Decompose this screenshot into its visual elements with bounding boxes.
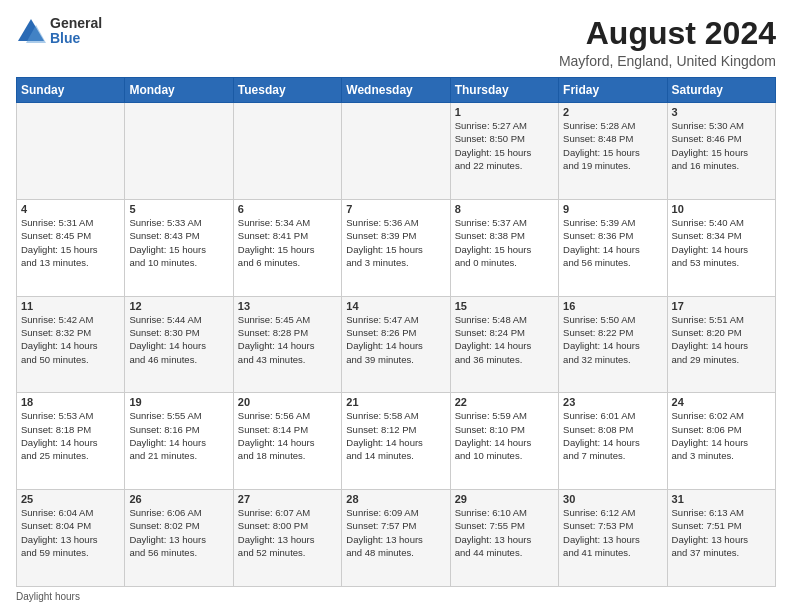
calendar-cell: 3Sunrise: 5:30 AM Sunset: 8:46 PM Daylig… <box>667 103 775 200</box>
calendar-cell <box>342 103 450 200</box>
calendar-cell: 17Sunrise: 5:51 AM Sunset: 8:20 PM Dayli… <box>667 296 775 393</box>
day-number: 24 <box>672 396 771 408</box>
calendar-cell: 12Sunrise: 5:44 AM Sunset: 8:30 PM Dayli… <box>125 296 233 393</box>
day-info: Sunrise: 5:58 AM Sunset: 8:12 PM Dayligh… <box>346 409 445 462</box>
footer-note: Daylight hours <box>16 591 776 602</box>
day-number: 23 <box>563 396 662 408</box>
day-info: Sunrise: 6:01 AM Sunset: 8:08 PM Dayligh… <box>563 409 662 462</box>
day-info: Sunrise: 5:31 AM Sunset: 8:45 PM Dayligh… <box>21 216 120 269</box>
day-info: Sunrise: 5:39 AM Sunset: 8:36 PM Dayligh… <box>563 216 662 269</box>
col-saturday: Saturday <box>667 78 775 103</box>
day-number: 9 <box>563 203 662 215</box>
day-info: Sunrise: 5:30 AM Sunset: 8:46 PM Dayligh… <box>672 119 771 172</box>
day-number: 17 <box>672 300 771 312</box>
calendar-cell: 19Sunrise: 5:55 AM Sunset: 8:16 PM Dayli… <box>125 393 233 490</box>
day-number: 7 <box>346 203 445 215</box>
calendar-cell: 7Sunrise: 5:36 AM Sunset: 8:39 PM Daylig… <box>342 199 450 296</box>
day-info: Sunrise: 5:36 AM Sunset: 8:39 PM Dayligh… <box>346 216 445 269</box>
day-info: Sunrise: 5:50 AM Sunset: 8:22 PM Dayligh… <box>563 313 662 366</box>
title-block: August 2024 Mayford, England, United Kin… <box>559 16 776 69</box>
logo-icon <box>16 17 46 45</box>
calendar-cell: 16Sunrise: 5:50 AM Sunset: 8:22 PM Dayli… <box>559 296 667 393</box>
day-info: Sunrise: 5:28 AM Sunset: 8:48 PM Dayligh… <box>563 119 662 172</box>
calendar-cell: 21Sunrise: 5:58 AM Sunset: 8:12 PM Dayli… <box>342 393 450 490</box>
day-number: 14 <box>346 300 445 312</box>
day-info: Sunrise: 5:34 AM Sunset: 8:41 PM Dayligh… <box>238 216 337 269</box>
calendar-cell: 15Sunrise: 5:48 AM Sunset: 8:24 PM Dayli… <box>450 296 558 393</box>
day-info: Sunrise: 5:45 AM Sunset: 8:28 PM Dayligh… <box>238 313 337 366</box>
calendar-cell: 28Sunrise: 6:09 AM Sunset: 7:57 PM Dayli… <box>342 490 450 587</box>
calendar-cell: 30Sunrise: 6:12 AM Sunset: 7:53 PM Dayli… <box>559 490 667 587</box>
calendar-cell: 18Sunrise: 5:53 AM Sunset: 8:18 PM Dayli… <box>17 393 125 490</box>
calendar-week-4: 18Sunrise: 5:53 AM Sunset: 8:18 PM Dayli… <box>17 393 776 490</box>
day-number: 2 <box>563 106 662 118</box>
day-info: Sunrise: 5:33 AM Sunset: 8:43 PM Dayligh… <box>129 216 228 269</box>
day-info: Sunrise: 5:53 AM Sunset: 8:18 PM Dayligh… <box>21 409 120 462</box>
col-sunday: Sunday <box>17 78 125 103</box>
day-info: Sunrise: 5:47 AM Sunset: 8:26 PM Dayligh… <box>346 313 445 366</box>
logo-text: General Blue <box>50 16 102 47</box>
day-number: 30 <box>563 493 662 505</box>
calendar-cell: 1Sunrise: 5:27 AM Sunset: 8:50 PM Daylig… <box>450 103 558 200</box>
day-info: Sunrise: 5:37 AM Sunset: 8:38 PM Dayligh… <box>455 216 554 269</box>
calendar-cell <box>17 103 125 200</box>
calendar-week-2: 4Sunrise: 5:31 AM Sunset: 8:45 PM Daylig… <box>17 199 776 296</box>
header: General Blue August 2024 Mayford, Englan… <box>16 16 776 69</box>
calendar-cell: 24Sunrise: 6:02 AM Sunset: 8:06 PM Dayli… <box>667 393 775 490</box>
calendar-week-3: 11Sunrise: 5:42 AM Sunset: 8:32 PM Dayli… <box>17 296 776 393</box>
day-number: 16 <box>563 300 662 312</box>
header-row: Sunday Monday Tuesday Wednesday Thursday… <box>17 78 776 103</box>
day-info: Sunrise: 5:44 AM Sunset: 8:30 PM Dayligh… <box>129 313 228 366</box>
day-number: 20 <box>238 396 337 408</box>
main-title: August 2024 <box>559 16 776 51</box>
col-wednesday: Wednesday <box>342 78 450 103</box>
calendar-table: Sunday Monday Tuesday Wednesday Thursday… <box>16 77 776 587</box>
calendar-cell: 10Sunrise: 5:40 AM Sunset: 8:34 PM Dayli… <box>667 199 775 296</box>
calendar-body: 1Sunrise: 5:27 AM Sunset: 8:50 PM Daylig… <box>17 103 776 587</box>
day-info: Sunrise: 6:12 AM Sunset: 7:53 PM Dayligh… <box>563 506 662 559</box>
calendar-cell: 2Sunrise: 5:28 AM Sunset: 8:48 PM Daylig… <box>559 103 667 200</box>
day-info: Sunrise: 5:42 AM Sunset: 8:32 PM Dayligh… <box>21 313 120 366</box>
day-number: 25 <box>21 493 120 505</box>
day-info: Sunrise: 6:09 AM Sunset: 7:57 PM Dayligh… <box>346 506 445 559</box>
day-number: 18 <box>21 396 120 408</box>
calendar-cell: 14Sunrise: 5:47 AM Sunset: 8:26 PM Dayli… <box>342 296 450 393</box>
calendar-cell: 11Sunrise: 5:42 AM Sunset: 8:32 PM Dayli… <box>17 296 125 393</box>
day-info: Sunrise: 5:59 AM Sunset: 8:10 PM Dayligh… <box>455 409 554 462</box>
logo-general: General <box>50 16 102 31</box>
calendar-week-1: 1Sunrise: 5:27 AM Sunset: 8:50 PM Daylig… <box>17 103 776 200</box>
calendar-cell <box>125 103 233 200</box>
calendar-cell: 23Sunrise: 6:01 AM Sunset: 8:08 PM Dayli… <box>559 393 667 490</box>
calendar-cell: 8Sunrise: 5:37 AM Sunset: 8:38 PM Daylig… <box>450 199 558 296</box>
calendar-cell: 25Sunrise: 6:04 AM Sunset: 8:04 PM Dayli… <box>17 490 125 587</box>
calendar-week-5: 25Sunrise: 6:04 AM Sunset: 8:04 PM Dayli… <box>17 490 776 587</box>
day-number: 12 <box>129 300 228 312</box>
day-number: 28 <box>346 493 445 505</box>
day-number: 3 <box>672 106 771 118</box>
calendar-cell: 26Sunrise: 6:06 AM Sunset: 8:02 PM Dayli… <box>125 490 233 587</box>
day-number: 5 <box>129 203 228 215</box>
day-info: Sunrise: 5:40 AM Sunset: 8:34 PM Dayligh… <box>672 216 771 269</box>
calendar-cell: 9Sunrise: 5:39 AM Sunset: 8:36 PM Daylig… <box>559 199 667 296</box>
col-friday: Friday <box>559 78 667 103</box>
day-number: 29 <box>455 493 554 505</box>
logo-blue: Blue <box>50 31 102 46</box>
day-number: 11 <box>21 300 120 312</box>
day-info: Sunrise: 5:27 AM Sunset: 8:50 PM Dayligh… <box>455 119 554 172</box>
day-number: 6 <box>238 203 337 215</box>
day-info: Sunrise: 5:48 AM Sunset: 8:24 PM Dayligh… <box>455 313 554 366</box>
day-info: Sunrise: 6:04 AM Sunset: 8:04 PM Dayligh… <box>21 506 120 559</box>
day-number: 31 <box>672 493 771 505</box>
day-info: Sunrise: 6:13 AM Sunset: 7:51 PM Dayligh… <box>672 506 771 559</box>
calendar-cell: 22Sunrise: 5:59 AM Sunset: 8:10 PM Dayli… <box>450 393 558 490</box>
day-number: 15 <box>455 300 554 312</box>
logo: General Blue <box>16 16 102 47</box>
day-number: 4 <box>21 203 120 215</box>
day-info: Sunrise: 5:51 AM Sunset: 8:20 PM Dayligh… <box>672 313 771 366</box>
day-number: 19 <box>129 396 228 408</box>
day-info: Sunrise: 6:02 AM Sunset: 8:06 PM Dayligh… <box>672 409 771 462</box>
day-number: 10 <box>672 203 771 215</box>
calendar-header: Sunday Monday Tuesday Wednesday Thursday… <box>17 78 776 103</box>
day-number: 1 <box>455 106 554 118</box>
day-number: 26 <box>129 493 228 505</box>
